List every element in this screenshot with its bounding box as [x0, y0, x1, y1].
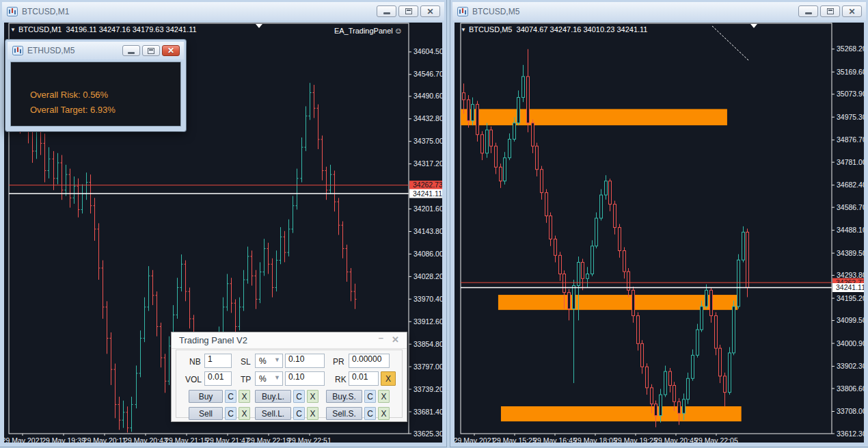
candle-body — [692, 355, 694, 378]
candle-body — [687, 378, 690, 399]
pr-input[interactable]: 0.00000 — [349, 354, 390, 368]
tp-value-input[interactable]: 0.10 — [285, 371, 325, 386]
sl-unit-select[interactable]: % ▼ — [255, 354, 283, 368]
candle-body — [472, 105, 474, 121]
chart-symbol-label: BTCUSD,M1 — [18, 25, 62, 34]
supply-demand-zone[interactable] — [501, 406, 742, 421]
y-axis-label: 34682.40 — [837, 181, 864, 189]
sl-value-input[interactable]: 0.10 — [285, 354, 325, 368]
candle-body — [733, 306, 735, 353]
chart-client-m5[interactable]: ▼BTCUSD,M5 34074.67 34247.16 34010.23 34… — [455, 23, 864, 443]
y-axis-label: 34432.80 — [413, 114, 442, 122]
x-axis-label: 29 May 21:15 — [165, 436, 208, 443]
y-axis-label: 35169.60 — [837, 68, 864, 76]
candle-body — [605, 181, 608, 195]
trading-panel-title: Trading Panel V2 — [179, 335, 247, 345]
candle-body — [467, 100, 470, 121]
y-axis-label: 34488.10 — [837, 226, 864, 234]
minimize-button[interactable] — [122, 45, 140, 56]
chart-header-m1[interactable]: ▼BTCUSD,M1 34196.11 34247.16 34179.63 34… — [10, 25, 197, 34]
close-button[interactable]: ✕ — [842, 5, 862, 17]
y-axis-label: 33797.00 — [413, 363, 442, 371]
close-icon: ✕ — [167, 47, 174, 55]
y-axis-label: 34876.70 — [837, 135, 864, 144]
y-axis-label: 34099.50 — [837, 316, 864, 324]
tp-unit-select[interactable]: % ▼ — [255, 371, 283, 386]
buy-button[interactable]: Buy — [189, 390, 223, 403]
restore-button[interactable] — [142, 45, 160, 56]
maximize-button[interactable] — [820, 5, 840, 17]
candle-body — [705, 290, 708, 306]
rk-input[interactable]: 0.01 — [349, 371, 379, 386]
y-axis-label: 34143.80 — [413, 227, 442, 235]
y-axis-label: 33806.60 — [837, 384, 864, 393]
candle-body — [742, 232, 745, 260]
sell-x-button[interactable]: X — [239, 407, 250, 420]
trend-line[interactable] — [712, 26, 749, 61]
panel-minimize-button[interactable]: – — [379, 332, 383, 343]
risk-window-titlebar[interactable]: ETHUSD,M5 ✕ — [8, 42, 184, 60]
chart-symbol-label: BTCUSD,M5 — [469, 25, 513, 34]
buy-c-button[interactable]: C — [225, 390, 236, 403]
sell-c-button[interactable]: C — [225, 407, 236, 420]
window-ethusd-risk: ETHUSD,M5 ✕ Overall Risk: 0.56% Overall … — [5, 40, 186, 131]
buy-limit-x-button[interactable]: X — [307, 390, 318, 403]
rk-x-button[interactable]: X — [381, 371, 396, 386]
minimize-icon — [128, 52, 135, 54]
minimize-button[interactable] — [377, 5, 396, 17]
x-axis-label: 29 May 22:51 — [288, 436, 331, 443]
x-axis-label: 29 May 2021 — [4, 436, 44, 443]
scroll-marker-icon[interactable] — [750, 24, 757, 28]
close-button[interactable]: ✕ — [162, 45, 180, 56]
y-axis-label: 34586.70 — [837, 203, 864, 211]
candle-body — [568, 293, 571, 309]
buy-x-button[interactable]: X — [239, 390, 250, 403]
minimize-button[interactable] — [798, 5, 818, 17]
candle-body — [591, 246, 594, 274]
y-axis-label: 33970.40 — [413, 295, 442, 303]
sell-stop-button[interactable]: Sell.S. — [326, 407, 362, 420]
close-button[interactable]: ✕ — [420, 5, 440, 17]
sell-limit-button[interactable]: Sell.L. — [255, 407, 291, 420]
x-axis-label: 29 May 19:25 — [614, 436, 657, 443]
vol-input[interactable]: 0.01 — [204, 371, 232, 386]
sell-stop-x-button[interactable]: X — [378, 407, 390, 420]
sell-limit-x-button[interactable]: X — [307, 407, 318, 420]
candle-body — [481, 135, 484, 153]
sell-limit-c-button[interactable]: C — [293, 407, 305, 420]
chart-header-m5[interactable]: ▼BTCUSD,M5 34074.67 34247.16 34010.23 34… — [461, 25, 647, 34]
candle-body — [545, 193, 548, 216]
sell-button[interactable]: Sell — [189, 407, 223, 420]
buy-stop-c-button[interactable]: C — [364, 390, 376, 403]
buy-limit-button[interactable]: Buy.L. — [255, 390, 291, 403]
candle-body — [660, 395, 662, 416]
candle-body — [737, 260, 740, 306]
price-chart-m5[interactable]: 35268.2035169.6035073.9034975.3034876.70… — [455, 23, 864, 443]
buy-stop-button[interactable]: Buy.S. — [326, 390, 362, 403]
y-axis-label: 34490.60 — [413, 92, 442, 100]
trading-panel-titlebar[interactable]: Trading Panel V2 – ✕ — [172, 332, 407, 349]
sell-stop-c-button[interactable]: C — [364, 407, 376, 420]
candle-body — [517, 97, 520, 122]
y-axis-label: 34195.20 — [837, 294, 864, 302]
maximize-button[interactable] — [398, 5, 418, 17]
candle-body — [586, 274, 589, 278]
window-titlebar-m1[interactable]: BTCUSD,M1 ✕ — [2, 2, 444, 21]
y-axis-label: 34975.30 — [837, 113, 864, 121]
overall-target-value: Overall Target: 6.93% — [30, 105, 116, 115]
x-axis-label: 29 May 20:43 — [124, 436, 167, 443]
candle-body — [541, 170, 543, 193]
candle-body — [500, 167, 502, 181]
supply-demand-zone[interactable] — [461, 109, 727, 125]
window-titlebar-m5[interactable]: BTCUSD,M5 ✕ — [452, 2, 866, 21]
buy-limit-c-button[interactable]: C — [293, 390, 305, 403]
nb-input[interactable]: 1 — [204, 354, 232, 368]
panel-close-button[interactable]: ✕ — [392, 334, 399, 345]
buy-stop-x-button[interactable]: X — [378, 390, 390, 403]
scroll-marker-icon[interactable] — [256, 24, 262, 28]
chevron-down-icon: ▼ — [274, 374, 280, 381]
candle-body — [683, 399, 686, 413]
candle-body — [651, 388, 653, 404]
x-axis-label: 29 May 2021 — [455, 436, 496, 443]
x-axis-label: 29 May 20:45 — [654, 436, 698, 443]
